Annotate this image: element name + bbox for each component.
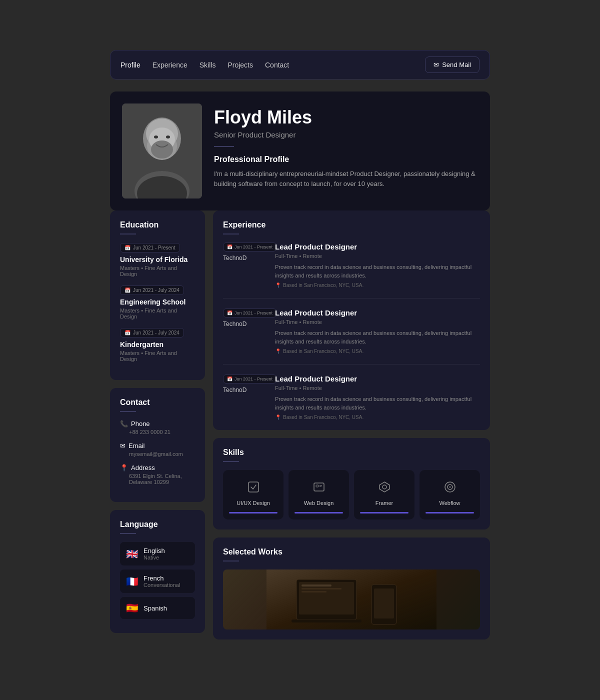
experience-title: Experience [223,220,480,230]
profile-divider [214,146,234,147]
phone-value: +88 233 0000 21 [120,429,195,435]
svg-rect-10 [248,482,258,492]
selected-works-divider [223,560,239,562]
profile-photo [122,104,202,198]
nav-skills[interactable]: Skills [200,61,216,69]
svg-point-19 [449,486,450,488]
exp-role-1: Lead Product Designer [275,308,480,317]
skill-name-1: Web Design [304,500,334,506]
lang-flag-2: 🇪🇸 [126,602,138,614]
experience-card: Experience 📅 Jun 2021 - Present TechnoD … [213,210,490,430]
lang-item-1: 🇫🇷 French Conversational [120,570,195,593]
contact-address: 📍 Address 6391 Elgin St. Celina, Delawar… [120,464,195,485]
exp-type-1: Full-Time • Remote [275,319,480,325]
experience-divider [223,234,239,234]
exp-role-2: Lead Product Designer [275,374,480,383]
skill-item-2: Framer [354,470,414,520]
exp-left-0: 📅 Jun 2021 - Present TechnoD [223,242,268,288]
address-label: 📍 Address [120,464,195,472]
phone-label: 📞 Phone [120,420,195,428]
calendar-icon-2: 📅 [124,330,130,336]
lang-name-2: Spanish [144,604,167,612]
edu-item-1: 📅 Jun 2021 - July 2024 Engineering Schoo… [120,285,195,320]
edu-date-2: 📅 Jun 2021 - July 2024 [120,328,184,338]
exp-location-0: 📍 Based in San Francisco, NYC, USA. [275,282,480,288]
contact-title: Contact [120,398,195,407]
mail-icon: ✉ [434,61,439,68]
language-divider [120,533,136,534]
lang-item-0: 🇬🇧 English Native [120,542,195,566]
exp-type-2: Full-Time • Remote [275,385,480,391]
svg-rect-25 [302,588,342,590]
profile-bio: I'm a multi-disciplinary entrepreneurial… [214,169,478,190]
edu-date-0: 📅 Jun 2021 - Present [120,243,180,252]
nav-profile[interactable]: Profile [120,61,140,69]
svg-point-6 [151,140,173,158]
lang-flag-1: 🇫🇷 [126,576,138,588]
edu-school-0: University of Florida [120,256,195,264]
skill-icon-1 [310,478,328,496]
edu-degree-2: Masters • Fine Arts and Design [120,350,195,362]
lang-item-2: 🇪🇸 Spanish [120,597,195,619]
skill-name-3: Webflow [440,500,460,506]
skills-title: Skills [223,448,480,457]
email-label: ✉ Email [120,442,195,450]
profile-header: Floyd Miles Senior Product Designer Prof… [110,92,490,210]
skill-bar-0 [229,512,278,514]
skills-card: Skills UI/UX Design [213,438,490,530]
education-title: Education [120,220,195,230]
address-value: 6391 Elgin St. Celina, Delaware 10299 [120,473,195,485]
cal-icon-1: 📅 [227,310,232,316]
edu-degree-1: Masters • Fine Arts and Design [120,308,195,320]
edu-item-2: 📅 Jun 2021 - July 2024 Kindergarten Mast… [120,328,195,362]
profile-info: Floyd Miles Senior Product Designer Prof… [214,104,478,190]
exp-item-2: 📅 Jun 2021 - Present TechnoD Lead Produc… [223,374,480,420]
exp-type-0: Full-Time • Remote [275,253,480,259]
exp-left-1: 📅 Jun 2021 - Present TechnoD [223,308,268,354]
send-mail-button[interactable]: ✉ Send Mail [425,56,480,73]
edu-school-2: Kindergarten [120,340,195,348]
exp-date-1: 📅 Jun 2021 - Present [223,308,276,318]
svg-point-16 [382,485,386,489]
exp-right-2: Lead Product Designer Full-Time • Remote… [275,374,480,420]
calendar-icon-0: 📅 [124,245,130,250]
svg-marker-15 [380,482,390,492]
lang-info-1: French Conversational [144,574,180,588]
education-card: Education 📅 Jun 2021 - Present Universit… [110,210,205,380]
exp-company-0: TechnoD [223,254,246,262]
main-layout: Education 📅 Jun 2021 - Present Universit… [110,210,490,640]
svg-rect-22 [299,582,354,614]
exp-location-1: 📍 Based in San Francisco, NYC, USA. [275,348,480,354]
svg-point-7 [154,136,158,138]
edu-degree-0: Masters • Fine Arts and Design [120,265,195,277]
svg-rect-24 [302,584,332,586]
phone-icon: 📞 [120,420,128,428]
selected-works-card: Selected Works [213,538,490,640]
nav-projects[interactable]: Projects [228,61,253,69]
svg-rect-23 [292,620,362,622]
edu-date-1: 📅 Jun 2021 - July 2024 [120,286,184,295]
language-title: Language [120,520,195,529]
loc-icon-0: 📍 [275,282,281,288]
skill-bar-1 [294,512,343,514]
svg-point-8 [166,136,170,138]
skills-grid: UI/UX Design Web Design [223,470,480,520]
lang-level-0: Native [144,554,165,560]
lang-flag-0: 🇬🇧 [126,548,138,560]
left-column: Education 📅 Jun 2021 - Present Universit… [110,210,205,633]
exp-company-2: TechnoD [223,386,246,394]
lang-name-1: French [144,574,180,582]
cal-icon-2: 📅 [227,376,232,382]
skill-icon-3 [441,478,459,496]
email-icon: ✉ [120,442,126,450]
svg-rect-28 [374,588,394,618]
svg-rect-26 [302,591,326,592]
skill-name-0: UI/UX Design [236,500,270,506]
skill-item-1: Web Design [288,470,349,520]
nav-contact[interactable]: Contact [265,61,289,69]
nav-experience[interactable]: Experience [152,61,188,69]
loc-icon-2: 📍 [275,414,281,420]
education-divider [120,234,136,234]
calendar-icon-1: 📅 [124,288,130,293]
exp-desc-1: Proven track record in data science and … [275,329,480,346]
